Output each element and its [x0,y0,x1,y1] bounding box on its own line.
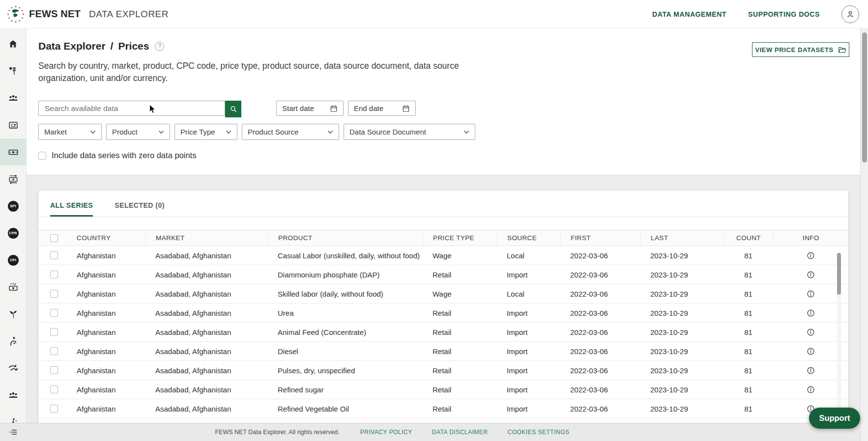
search-input[interactable] [38,101,225,116]
column-header-count[interactable]: COUNT [723,230,773,246]
sidebar-item-exchange-rates[interactable] [0,165,26,193]
banknote-lines-icon [8,282,19,293]
zero-data-points-label: Include data series with zero data point… [52,151,196,160]
dropdown-market[interactable]: Market [38,124,102,140]
row-checkbox[interactable] [50,328,58,336]
column-header-info[interactable]: INFO [773,230,848,246]
brand-name: FEWS NET [29,8,81,20]
price-type-cell: Wage [423,251,497,260]
info-icon[interactable] [807,328,815,336]
sidebar-item-trade-flows[interactable] [0,355,26,382]
tab-all-series[interactable]: ALL SERIES [50,201,93,217]
page-scrollbar-thumb[interactable] [862,32,867,163]
footer-link-data-disclaimer[interactable]: DATA DISCLAIMER [432,429,488,436]
info-icon[interactable] [807,251,815,260]
sidebar-item-remittances[interactable] [0,274,26,301]
sidebar-item-home[interactable] [0,30,26,57]
row-checkbox[interactable] [50,366,58,374]
series-tabs: ALL SERIESSELECTED (0) [38,191,848,217]
first-date-cell: 2022-03-06 [560,347,640,356]
source-cell: Import [497,347,560,356]
info-icon[interactable] [807,290,815,298]
row-checkbox[interactable] [50,347,58,355]
source-cell: Import [497,366,560,375]
table-scrollbar-thumb[interactable] [837,253,841,295]
source-cell: Local [497,251,560,260]
column-header-source[interactable]: SOURCE [497,230,560,246]
dropdown-price-type[interactable]: Price Type [174,124,237,140]
row-checkbox[interactable] [50,386,58,393]
column-header-first[interactable]: FIRST [560,230,640,246]
source-cell: Import [497,309,560,317]
count-cell: 81 [723,386,773,394]
arrows-icon [8,363,19,374]
sidebar-item-prices[interactable] [0,138,26,165]
info-icon[interactable] [807,386,815,394]
sidebar-item-cpr[interactable]: CPR [0,220,26,247]
row-checkbox[interactable] [50,251,58,259]
start-date-field[interactable]: Start date [276,101,344,116]
end-date-placeholder: End date [354,104,383,112]
sidebar-item-households[interactable] [0,382,26,409]
dropdown-product[interactable]: Product [106,124,170,140]
row-checkbox[interactable] [50,309,58,317]
footer-link-cookies-settings[interactable]: COOKIES SETTINGS [507,429,569,436]
user-avatar-button[interactable] [841,5,859,23]
footer-link-privacy-policy[interactable]: PRIVACY POLICY [360,429,412,436]
table-row: AfghanistanAsadabad, AfghanistanAnimal F… [38,323,848,342]
product-cell: Pulses, dry, unspecified [268,366,423,375]
sidebar-item-nutrition[interactable] [0,328,26,355]
country-cell: Afghanistan [67,290,145,298]
info-icon[interactable] [807,271,815,279]
end-date-field[interactable]: End date [348,101,416,116]
zero-data-points-checkbox[interactable] [38,152,46,160]
row-checkbox[interactable] [50,405,58,413]
info-icon[interactable] [807,309,815,317]
info-icon[interactable] [807,347,815,356]
column-header-last[interactable]: LAST [640,230,723,246]
sidebar-item-demographics[interactable] [0,84,26,111]
product-cell: Diesel [268,347,423,356]
sidebar-item-market-profiles[interactable] [0,111,26,138]
select-all-checkbox[interactable] [50,234,58,242]
copyright-text: FEWS NET Data Explorer. All rights reser… [215,429,339,436]
column-header-market[interactable]: MARKET [145,230,268,246]
table-header-row: COUNTRYMARKETPRODUCTPRICE TYPESOURCEFIRS… [38,230,848,246]
column-header-country[interactable]: COUNTRY [67,230,145,246]
page-scrollbar[interactable] [860,28,868,441]
breadcrumb-root[interactable]: Data Explorer [38,40,106,52]
sidebar-item-seed-security[interactable] [0,301,26,328]
column-header-product[interactable]: PRODUCT [268,230,423,246]
search-button[interactable] [225,101,241,117]
product-cell: Refined Vegetable Oil [268,405,423,413]
select-all-cell [38,230,67,246]
first-date-cell: 2022-03-06 [560,309,640,317]
nav-link-data-management[interactable]: DATA MANAGEMENT [652,10,726,18]
nav-link-supporting-docs[interactable]: SUPPORTING DOCS [748,10,820,18]
help-icon[interactable]: ? [155,42,164,51]
country-cell: Afghanistan [67,328,145,336]
row-checkbox-cell [38,271,67,278]
sidebar-item-spi[interactable]: SPI [0,193,26,220]
row-checkbox[interactable] [50,271,58,278]
price-type-cell: Retail [423,271,497,279]
sidebar-item-crop-production[interactable] [0,57,26,84]
view-price-datasets-button[interactable]: VIEW PRICE DATASETS [752,42,849,57]
info-icon[interactable] [807,366,815,375]
source-cell: Local [497,290,560,298]
sidebar-collapse-button[interactable] [0,424,27,440]
support-button[interactable]: Support [809,408,860,429]
sidebar-item-cpi[interactable]: CPI [0,247,26,274]
last-date-cell: 2023-10-29 [640,405,723,413]
row-checkbox[interactable] [50,290,58,298]
product-cell: Refined sugar [268,386,423,394]
price-type-cell: Retail [423,366,497,375]
tab-selected-0[interactable]: SELECTED (0) [115,201,165,217]
row-checkbox-cell [38,366,67,374]
count-cell: 81 [723,405,773,413]
column-header-price-type[interactable]: PRICE TYPE [423,230,497,246]
dropdown-data-source-document[interactable]: Data Source Document [344,124,475,140]
dropdown-product-source[interactable]: Product Source [242,124,339,140]
breadcrumb-separator: / [111,40,114,52]
row-checkbox-cell [38,386,67,393]
